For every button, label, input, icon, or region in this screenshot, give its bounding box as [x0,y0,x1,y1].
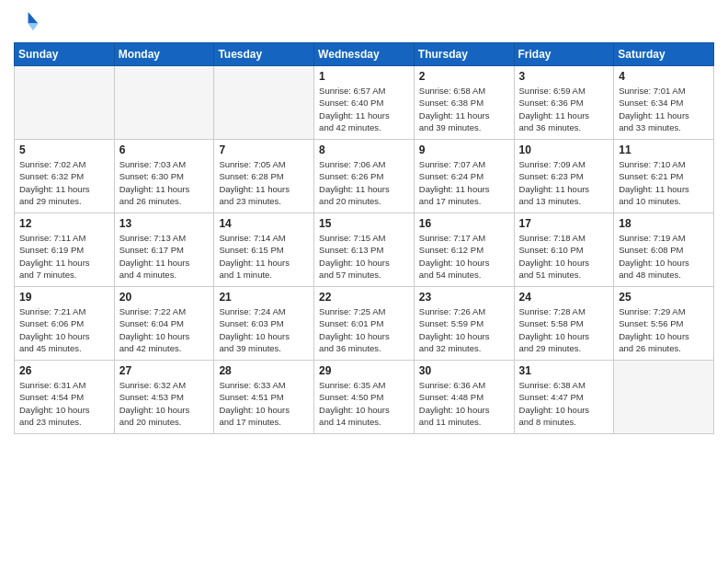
day-number: 8 [319,144,409,156]
calendar-cell [214,66,314,140]
calendar-cell: 23Sunrise: 7:26 AM Sunset: 5:59 PM Dayli… [414,287,514,361]
calendar-cell: 4Sunrise: 7:01 AM Sunset: 6:34 PM Daylig… [614,66,714,140]
day-number: 20 [119,291,210,304]
day-number: 10 [519,144,609,156]
day-number: 7 [219,144,309,156]
day-info: Sunrise: 7:18 AM Sunset: 6:10 PM Dayligh… [519,232,609,281]
weekday-header: Thursday [414,43,514,66]
day-info: Sunrise: 7:10 AM Sunset: 6:21 PM Dayligh… [619,158,709,207]
calendar-cell: 20Sunrise: 7:22 AM Sunset: 6:04 PM Dayli… [114,287,214,361]
calendar-cell: 17Sunrise: 7:18 AM Sunset: 6:10 PM Dayli… [514,213,614,287]
day-info: Sunrise: 7:07 AM Sunset: 6:24 PM Dayligh… [419,158,509,207]
calendar-cell: 6Sunrise: 7:03 AM Sunset: 6:30 PM Daylig… [114,140,214,213]
day-number: 22 [319,291,409,304]
day-number: 17 [519,217,609,230]
weekday-header: Saturday [614,43,714,66]
weekday-header-row: SundayMondayTuesdayWednesdayThursdayFrid… [15,43,714,66]
calendar-cell: 9Sunrise: 7:07 AM Sunset: 6:24 PM Daylig… [414,140,514,213]
day-info: Sunrise: 7:29 AM Sunset: 5:56 PM Dayligh… [619,305,709,354]
day-number: 29 [319,364,409,377]
day-number: 25 [619,291,709,304]
day-number: 6 [119,144,210,156]
calendar-cell: 12Sunrise: 7:11 AM Sunset: 6:19 PM Dayli… [15,213,115,287]
calendar-cell [114,66,214,140]
day-number: 12 [19,217,109,230]
svg-marker-1 [28,24,39,31]
calendar-cell [15,66,115,140]
day-info: Sunrise: 7:22 AM Sunset: 6:04 PM Dayligh… [119,305,210,354]
day-info: Sunrise: 7:06 AM Sunset: 6:26 PM Dayligh… [319,158,409,207]
calendar-cell: 26Sunrise: 6:31 AM Sunset: 4:54 PM Dayli… [15,361,115,434]
day-info: Sunrise: 7:21 AM Sunset: 6:06 PM Dayligh… [19,305,109,354]
weekday-header: Friday [514,43,614,66]
calendar-week-row: 19Sunrise: 7:21 AM Sunset: 6:06 PM Dayli… [15,287,714,361]
day-number: 9 [419,144,509,156]
day-info: Sunrise: 7:26 AM Sunset: 5:59 PM Dayligh… [419,305,509,354]
page: SundayMondayTuesdayWednesdayThursdayFrid… [0,0,728,563]
calendar-cell: 14Sunrise: 7:14 AM Sunset: 6:15 PM Dayli… [214,213,314,287]
day-number: 31 [519,364,609,377]
calendar-cell: 18Sunrise: 7:19 AM Sunset: 6:08 PM Dayli… [614,213,714,287]
calendar-table: SundayMondayTuesdayWednesdayThursdayFrid… [14,42,714,434]
calendar-cell: 22Sunrise: 7:25 AM Sunset: 6:01 PM Dayli… [314,287,415,361]
calendar-cell [614,361,714,434]
day-info: Sunrise: 6:35 AM Sunset: 4:50 PM Dayligh… [319,379,409,428]
logo-icon [14,9,40,35]
calendar-cell: 31Sunrise: 6:38 AM Sunset: 4:47 PM Dayli… [514,361,614,434]
day-info: Sunrise: 7:24 AM Sunset: 6:03 PM Dayligh… [219,305,309,354]
day-number: 5 [19,144,109,156]
calendar-cell: 8Sunrise: 7:06 AM Sunset: 6:26 PM Daylig… [314,140,415,213]
day-number: 23 [419,291,509,304]
day-info: Sunrise: 7:02 AM Sunset: 6:32 PM Dayligh… [19,158,109,207]
calendar-cell: 29Sunrise: 6:35 AM Sunset: 4:50 PM Dayli… [314,361,415,434]
calendar-cell: 24Sunrise: 7:28 AM Sunset: 5:58 PM Dayli… [514,287,614,361]
day-number: 16 [419,217,509,230]
day-info: Sunrise: 7:17 AM Sunset: 6:12 PM Dayligh… [419,232,509,281]
day-number: 1 [319,70,409,83]
day-number: 27 [119,364,210,377]
calendar-cell: 7Sunrise: 7:05 AM Sunset: 6:28 PM Daylig… [214,140,314,213]
day-number: 2 [419,70,509,83]
weekday-header: Sunday [15,43,115,66]
calendar-week-row: 5Sunrise: 7:02 AM Sunset: 6:32 PM Daylig… [15,140,714,213]
day-info: Sunrise: 7:19 AM Sunset: 6:08 PM Dayligh… [619,232,709,281]
day-info: Sunrise: 7:28 AM Sunset: 5:58 PM Dayligh… [519,305,609,354]
calendar-cell: 21Sunrise: 7:24 AM Sunset: 6:03 PM Dayli… [214,287,314,361]
day-number: 13 [119,217,210,230]
calendar-cell: 3Sunrise: 6:59 AM Sunset: 6:36 PM Daylig… [514,66,614,140]
calendar-cell: 10Sunrise: 7:09 AM Sunset: 6:23 PM Dayli… [514,140,614,213]
day-info: Sunrise: 6:33 AM Sunset: 4:51 PM Dayligh… [219,379,309,428]
calendar-cell: 15Sunrise: 7:15 AM Sunset: 6:13 PM Dayli… [314,213,415,287]
calendar-week-row: 26Sunrise: 6:31 AM Sunset: 4:54 PM Dayli… [15,361,714,434]
calendar-cell: 30Sunrise: 6:36 AM Sunset: 4:48 PM Dayli… [414,361,514,434]
day-info: Sunrise: 7:15 AM Sunset: 6:13 PM Dayligh… [319,232,409,281]
day-number: 26 [19,364,109,377]
day-info: Sunrise: 7:09 AM Sunset: 6:23 PM Dayligh… [519,158,609,207]
day-info: Sunrise: 6:57 AM Sunset: 6:40 PM Dayligh… [319,85,409,133]
day-number: 18 [619,217,709,230]
calendar-cell: 19Sunrise: 7:21 AM Sunset: 6:06 PM Dayli… [15,287,115,361]
calendar-cell: 25Sunrise: 7:29 AM Sunset: 5:56 PM Dayli… [614,287,714,361]
weekday-header: Wednesday [314,43,415,66]
day-info: Sunrise: 6:36 AM Sunset: 4:48 PM Dayligh… [419,379,509,428]
day-number: 19 [19,291,109,304]
svg-marker-0 [28,12,39,23]
day-number: 11 [619,144,709,156]
day-number: 3 [519,70,609,83]
day-info: Sunrise: 7:25 AM Sunset: 6:01 PM Dayligh… [319,305,409,354]
day-number: 14 [219,217,309,230]
day-number: 28 [219,364,309,377]
logo [14,9,43,35]
calendar-week-row: 12Sunrise: 7:11 AM Sunset: 6:19 PM Dayli… [15,213,714,287]
header [14,9,714,35]
calendar-cell: 16Sunrise: 7:17 AM Sunset: 6:12 PM Dayli… [414,213,514,287]
calendar-cell: 28Sunrise: 6:33 AM Sunset: 4:51 PM Dayli… [214,361,314,434]
weekday-header: Monday [114,43,214,66]
calendar-cell: 1Sunrise: 6:57 AM Sunset: 6:40 PM Daylig… [314,66,415,140]
day-info: Sunrise: 7:14 AM Sunset: 6:15 PM Dayligh… [219,232,309,281]
day-info: Sunrise: 6:32 AM Sunset: 4:53 PM Dayligh… [119,379,210,428]
weekday-header: Tuesday [214,43,314,66]
calendar-cell: 11Sunrise: 7:10 AM Sunset: 6:21 PM Dayli… [614,140,714,213]
day-info: Sunrise: 6:38 AM Sunset: 4:47 PM Dayligh… [519,379,609,428]
calendar-cell: 27Sunrise: 6:32 AM Sunset: 4:53 PM Dayli… [114,361,214,434]
